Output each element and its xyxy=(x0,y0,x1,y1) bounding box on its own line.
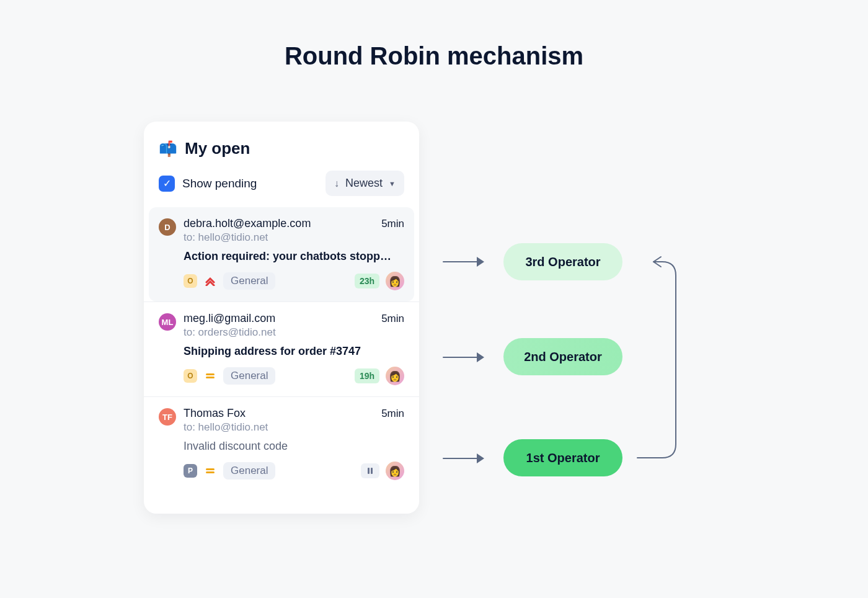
sender: Thomas Fox xyxy=(184,407,246,420)
time: 5min xyxy=(381,218,404,230)
panel-header: 📫 My open ✓ Show pending ↓ Newest ▼ xyxy=(144,139,419,207)
svg-rect-1 xyxy=(206,377,215,378)
list-item[interactable]: D debra.holt@example.com 5min to: hello@… xyxy=(149,207,414,301)
subject: Invalid discount code xyxy=(184,440,404,453)
time: 5min xyxy=(381,408,404,420)
subject: Shipping address for order #3747 xyxy=(184,345,404,358)
to-line: to: hello@tidio.net xyxy=(184,231,404,244)
svg-rect-0 xyxy=(206,373,215,375)
page-title: Round Robin mechanism xyxy=(0,42,868,70)
arrow-icon xyxy=(443,453,484,463)
avatar: TF xyxy=(159,408,176,426)
svg-rect-3 xyxy=(206,471,215,473)
chevron-down-icon: ▼ xyxy=(389,180,396,187)
conversation-list: D debra.holt@example.com 5min to: hello@… xyxy=(144,207,419,491)
avatar: ML xyxy=(159,313,176,331)
pause-badge xyxy=(361,463,379,478)
priority-medium-icon xyxy=(203,369,217,383)
mailbox-icon: 📫 xyxy=(159,140,177,158)
arrow-down-icon: ↓ xyxy=(334,178,339,189)
priority-high-icon xyxy=(203,274,217,288)
list-item[interactable]: TF Thomas Fox 5min to: hello@tidio.net I… xyxy=(144,396,419,491)
inbox-panel: 📫 My open ✓ Show pending ↓ Newest ▼ D de… xyxy=(144,122,419,514)
svg-rect-5 xyxy=(371,468,373,474)
category-tag: General xyxy=(223,367,275,385)
show-pending-toggle[interactable]: ✓ Show pending xyxy=(159,176,257,192)
operator-pill-1st: 1st Operator xyxy=(503,439,622,476)
svg-rect-2 xyxy=(206,468,215,470)
subject: Action required: your chatbots stopp… xyxy=(184,250,404,263)
arrow-icon xyxy=(443,352,484,362)
to-line: to: hello@tidio.net xyxy=(184,421,404,434)
avatar: D xyxy=(159,218,176,236)
age-badge: 23h xyxy=(355,274,379,288)
to-line: to: orders@tidio.net xyxy=(184,326,404,339)
category-tag: General xyxy=(223,462,275,480)
status-tag: O xyxy=(184,274,197,288)
sender: meg.li@gmail.com xyxy=(184,312,275,325)
arrow-icon xyxy=(443,257,484,267)
priority-medium-icon xyxy=(203,464,217,478)
checkbox-icon: ✓ xyxy=(159,176,175,192)
list-item[interactable]: ML meg.li@gmail.com 5min to: orders@tidi… xyxy=(144,301,419,396)
time: 5min xyxy=(381,313,404,325)
age-badge: 19h xyxy=(355,368,379,383)
category-tag: General xyxy=(223,272,275,290)
panel-title: My open xyxy=(185,139,250,158)
assignee-avatar: 👩 xyxy=(386,367,404,385)
return-arrow-icon xyxy=(625,243,687,476)
sort-dropdown[interactable]: ↓ Newest ▼ xyxy=(326,171,404,196)
sort-label: Newest xyxy=(345,177,383,190)
sender: debra.holt@example.com xyxy=(184,217,311,230)
show-pending-label: Show pending xyxy=(182,177,257,190)
assignee-avatar: 👩 xyxy=(386,272,404,290)
svg-rect-4 xyxy=(368,468,370,474)
operator-pill-2nd: 2nd Operator xyxy=(503,338,622,375)
assignee-avatar: 👩 xyxy=(386,462,404,480)
status-tag: P xyxy=(184,464,197,478)
operator-pill-3rd: 3rd Operator xyxy=(503,243,622,280)
status-tag: O xyxy=(184,369,197,383)
